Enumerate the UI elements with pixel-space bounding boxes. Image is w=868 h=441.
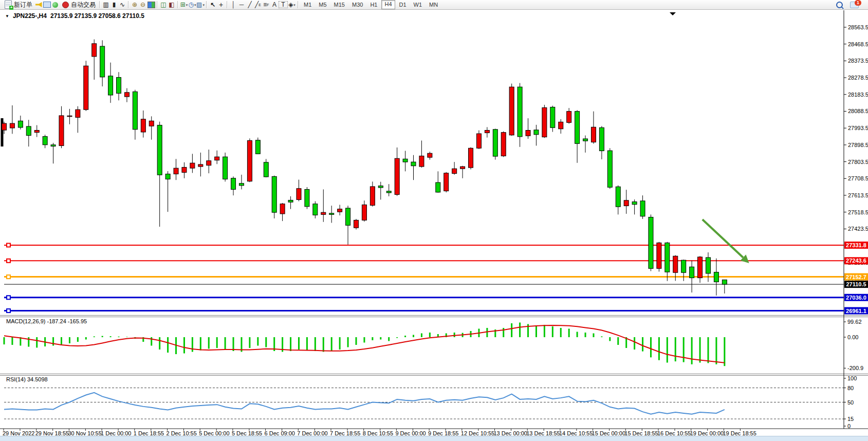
timeframe-h1[interactable]: H1 <box>367 1 380 9</box>
candle-body[interactable] <box>714 272 718 282</box>
candle-body[interactable] <box>280 204 285 214</box>
autotrade-button[interactable]: 自动交易 <box>59 1 98 9</box>
shapes-tool-icon[interactable]: ◈▾ <box>288 1 296 9</box>
new-order-button[interactable]: + 新订单 <box>2 1 34 9</box>
candle-body[interactable] <box>386 191 391 193</box>
candle-body[interactable] <box>378 186 383 188</box>
terminal-icon[interactable] <box>43 1 51 9</box>
candle-body[interactable] <box>632 202 637 205</box>
candle-body[interactable] <box>190 163 195 168</box>
candle-body[interactable] <box>444 173 449 191</box>
candle-body[interactable] <box>288 200 293 202</box>
collapse-icon[interactable]: ▼ <box>5 14 9 19</box>
level-drag-handle[interactable] <box>7 309 10 313</box>
candle-body[interactable] <box>354 220 358 228</box>
candle-body[interactable] <box>124 93 129 97</box>
candle-body[interactable] <box>649 217 653 269</box>
level-drag-handle[interactable] <box>7 296 10 299</box>
candle-body[interactable] <box>34 131 39 133</box>
candle-body[interactable] <box>215 157 219 160</box>
add-indicator-icon[interactable]: ⊞▾ <box>180 1 188 9</box>
vertical-line-tool-icon[interactable]: │ <box>229 1 237 9</box>
candle-body[interactable] <box>518 87 522 137</box>
candle-body[interactable] <box>174 168 178 174</box>
candle-body[interactable] <box>485 131 489 133</box>
candle-body[interactable] <box>272 176 276 212</box>
candle-body[interactable] <box>469 148 473 168</box>
candle-body[interactable] <box>10 123 14 128</box>
candle-body[interactable] <box>509 87 514 135</box>
arrange-charts-icon[interactable]: ◫ <box>159 1 168 9</box>
candle-body[interactable] <box>198 164 203 167</box>
chat-icon[interactable]: 1 <box>850 2 859 8</box>
timeframe-m30[interactable]: M30 <box>349 1 366 9</box>
signal-icon[interactable] <box>51 1 59 9</box>
candle-body[interactable] <box>657 243 661 268</box>
candlestick-chart-icon[interactable]: ▮ <box>110 1 118 9</box>
period-clock-icon[interactable]: ◷▾ <box>188 1 196 9</box>
candle-body[interactable] <box>550 107 555 127</box>
cursor-tool-icon[interactable]: ↖ <box>209 1 217 9</box>
candle-body[interactable] <box>51 145 56 146</box>
candle-body[interactable] <box>84 66 88 109</box>
timeframe-m5[interactable]: M5 <box>316 1 329 9</box>
level-drag-handle[interactable] <box>7 259 10 263</box>
fibonacci-tool-icon[interactable]: ≡F <box>262 1 270 9</box>
candle-body[interactable] <box>346 208 350 225</box>
candle-body[interactable] <box>67 116 72 117</box>
candle-body[interactable] <box>698 257 703 278</box>
template-icon[interactable]: ▨▾ <box>196 1 205 9</box>
trendline-tool-icon[interactable]: ╱ <box>246 1 254 9</box>
candle-body[interactable] <box>247 140 252 181</box>
candle-body[interactable] <box>264 162 268 177</box>
candle-body[interactable] <box>673 256 678 272</box>
label-tool-icon[interactable]: T <box>279 1 288 8</box>
candle-body[interactable] <box>157 125 162 175</box>
timeframe-m1[interactable]: M1 <box>301 1 315 9</box>
candle-body[interactable] <box>591 127 596 142</box>
candle-body[interactable] <box>370 187 375 205</box>
bar-chart-icon[interactable]: ▥ <box>102 1 110 9</box>
candle-body[interactable] <box>362 205 366 220</box>
candle-body[interactable] <box>43 137 47 145</box>
timeframe-mn[interactable]: MN <box>426 1 441 9</box>
timeframe-w1[interactable]: W1 <box>411 1 426 9</box>
candle-body[interactable] <box>493 130 497 156</box>
candle-body[interactable] <box>640 201 645 216</box>
candle-body[interactable] <box>26 126 31 136</box>
sound-icon[interactable] <box>34 1 43 9</box>
candle-body[interactable] <box>165 174 170 179</box>
candle-body[interactable] <box>2 123 7 130</box>
candle-body[interactable] <box>452 169 457 173</box>
level-drag-handle[interactable] <box>7 243 10 247</box>
candle-body[interactable] <box>117 78 121 94</box>
candle-body[interactable] <box>690 267 694 278</box>
candle-body[interactable] <box>223 157 228 179</box>
candle-body[interactable] <box>559 122 563 128</box>
search-icon[interactable] <box>836 2 843 8</box>
candle-body[interactable] <box>616 187 620 207</box>
candle-body[interactable] <box>305 189 309 206</box>
candle-body[interactable] <box>338 209 342 212</box>
candle-body[interactable] <box>534 130 539 135</box>
candle-body[interactable] <box>395 158 399 194</box>
candle-body[interactable] <box>207 161 211 166</box>
candle-body[interactable] <box>239 183 244 186</box>
candle-body[interactable] <box>476 134 481 148</box>
candle-body[interactable] <box>501 133 506 156</box>
timeframe-m15[interactable]: M15 <box>331 1 348 9</box>
candle-body[interactable] <box>76 109 80 117</box>
candle-body[interactable] <box>100 46 105 77</box>
candle-body[interactable] <box>526 131 530 136</box>
candle-body[interactable] <box>141 119 145 132</box>
candle-body[interactable] <box>59 116 64 146</box>
cascade-charts-icon[interactable]: ◧ <box>168 1 176 9</box>
level-drag-handle[interactable] <box>7 275 10 279</box>
candle-body[interactable] <box>575 112 580 144</box>
zoom-out-icon[interactable]: ⊖ <box>139 1 147 9</box>
channel-tool-icon[interactable]: ╱E <box>254 1 262 9</box>
candle-body[interactable] <box>403 159 408 162</box>
candle-body[interactable] <box>706 258 710 273</box>
tile-windows-icon[interactable] <box>147 1 155 9</box>
candle-body[interactable] <box>92 44 97 57</box>
